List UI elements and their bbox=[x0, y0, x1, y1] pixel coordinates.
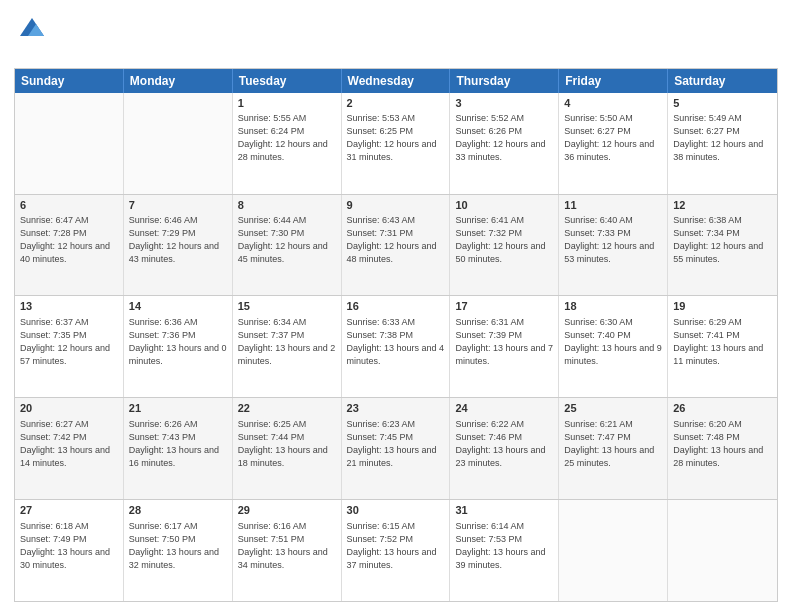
day-info: Sunrise: 6:21 AM Sunset: 7:47 PM Dayligh… bbox=[564, 418, 662, 470]
day-cell-10: 10Sunrise: 6:41 AM Sunset: 7:32 PM Dayli… bbox=[450, 195, 559, 296]
empty-cell-0-0 bbox=[15, 93, 124, 194]
day-info: Sunrise: 6:29 AM Sunset: 7:41 PM Dayligh… bbox=[673, 316, 772, 368]
day-info: Sunrise: 6:15 AM Sunset: 7:52 PM Dayligh… bbox=[347, 520, 445, 572]
day-info: Sunrise: 6:33 AM Sunset: 7:38 PM Dayligh… bbox=[347, 316, 445, 368]
logo-icon bbox=[18, 14, 46, 42]
day-number: 10 bbox=[455, 198, 553, 213]
day-info: Sunrise: 5:53 AM Sunset: 6:25 PM Dayligh… bbox=[347, 112, 445, 164]
day-info: Sunrise: 6:18 AM Sunset: 7:49 PM Dayligh… bbox=[20, 520, 118, 572]
day-number: 9 bbox=[347, 198, 445, 213]
calendar-row-2: 13Sunrise: 6:37 AM Sunset: 7:35 PM Dayli… bbox=[15, 295, 777, 397]
day-info: Sunrise: 6:34 AM Sunset: 7:37 PM Dayligh… bbox=[238, 316, 336, 368]
day-number: 4 bbox=[564, 96, 662, 111]
day-info: Sunrise: 6:40 AM Sunset: 7:33 PM Dayligh… bbox=[564, 214, 662, 266]
day-info: Sunrise: 6:41 AM Sunset: 7:32 PM Dayligh… bbox=[455, 214, 553, 266]
calendar-header: SundayMondayTuesdayWednesdayThursdayFrid… bbox=[15, 69, 777, 93]
day-info: Sunrise: 6:27 AM Sunset: 7:42 PM Dayligh… bbox=[20, 418, 118, 470]
header-day-thursday: Thursday bbox=[450, 69, 559, 93]
day-info: Sunrise: 6:47 AM Sunset: 7:28 PM Dayligh… bbox=[20, 214, 118, 266]
day-number: 3 bbox=[455, 96, 553, 111]
page: SundayMondayTuesdayWednesdayThursdayFrid… bbox=[0, 0, 792, 612]
header-day-friday: Friday bbox=[559, 69, 668, 93]
day-cell-12: 12Sunrise: 6:38 AM Sunset: 7:34 PM Dayli… bbox=[668, 195, 777, 296]
day-cell-24: 24Sunrise: 6:22 AM Sunset: 7:46 PM Dayli… bbox=[450, 398, 559, 499]
day-number: 8 bbox=[238, 198, 336, 213]
day-number: 6 bbox=[20, 198, 118, 213]
header bbox=[14, 10, 778, 62]
day-info: Sunrise: 6:23 AM Sunset: 7:45 PM Dayligh… bbox=[347, 418, 445, 470]
day-number: 12 bbox=[673, 198, 772, 213]
empty-cell-4-6 bbox=[668, 500, 777, 601]
day-info: Sunrise: 6:46 AM Sunset: 7:29 PM Dayligh… bbox=[129, 214, 227, 266]
day-number: 17 bbox=[455, 299, 553, 314]
day-cell-1: 1Sunrise: 5:55 AM Sunset: 6:24 PM Daylig… bbox=[233, 93, 342, 194]
header-day-sunday: Sunday bbox=[15, 69, 124, 93]
day-number: 16 bbox=[347, 299, 445, 314]
day-cell-29: 29Sunrise: 6:16 AM Sunset: 7:51 PM Dayli… bbox=[233, 500, 342, 601]
day-cell-28: 28Sunrise: 6:17 AM Sunset: 7:50 PM Dayli… bbox=[124, 500, 233, 601]
day-cell-4: 4Sunrise: 5:50 AM Sunset: 6:27 PM Daylig… bbox=[559, 93, 668, 194]
day-cell-13: 13Sunrise: 6:37 AM Sunset: 7:35 PM Dayli… bbox=[15, 296, 124, 397]
day-cell-11: 11Sunrise: 6:40 AM Sunset: 7:33 PM Dayli… bbox=[559, 195, 668, 296]
day-number: 31 bbox=[455, 503, 553, 518]
day-cell-15: 15Sunrise: 6:34 AM Sunset: 7:37 PM Dayli… bbox=[233, 296, 342, 397]
calendar-row-1: 6Sunrise: 6:47 AM Sunset: 7:28 PM Daylig… bbox=[15, 194, 777, 296]
day-number: 11 bbox=[564, 198, 662, 213]
day-cell-19: 19Sunrise: 6:29 AM Sunset: 7:41 PM Dayli… bbox=[668, 296, 777, 397]
day-info: Sunrise: 6:38 AM Sunset: 7:34 PM Dayligh… bbox=[673, 214, 772, 266]
day-info: Sunrise: 5:55 AM Sunset: 6:24 PM Dayligh… bbox=[238, 112, 336, 164]
day-info: Sunrise: 6:20 AM Sunset: 7:48 PM Dayligh… bbox=[673, 418, 772, 470]
day-cell-26: 26Sunrise: 6:20 AM Sunset: 7:48 PM Dayli… bbox=[668, 398, 777, 499]
day-info: Sunrise: 6:26 AM Sunset: 7:43 PM Dayligh… bbox=[129, 418, 227, 470]
day-info: Sunrise: 6:14 AM Sunset: 7:53 PM Dayligh… bbox=[455, 520, 553, 572]
day-cell-21: 21Sunrise: 6:26 AM Sunset: 7:43 PM Dayli… bbox=[124, 398, 233, 499]
day-cell-9: 9Sunrise: 6:43 AM Sunset: 7:31 PM Daylig… bbox=[342, 195, 451, 296]
day-number: 1 bbox=[238, 96, 336, 111]
day-info: Sunrise: 5:52 AM Sunset: 6:26 PM Dayligh… bbox=[455, 112, 553, 164]
empty-cell-4-5 bbox=[559, 500, 668, 601]
day-info: Sunrise: 6:36 AM Sunset: 7:36 PM Dayligh… bbox=[129, 316, 227, 368]
header-day-saturday: Saturday bbox=[668, 69, 777, 93]
day-cell-8: 8Sunrise: 6:44 AM Sunset: 7:30 PM Daylig… bbox=[233, 195, 342, 296]
header-day-tuesday: Tuesday bbox=[233, 69, 342, 93]
day-number: 30 bbox=[347, 503, 445, 518]
calendar-body: 1Sunrise: 5:55 AM Sunset: 6:24 PM Daylig… bbox=[15, 93, 777, 601]
day-cell-2: 2Sunrise: 5:53 AM Sunset: 6:25 PM Daylig… bbox=[342, 93, 451, 194]
day-number: 26 bbox=[673, 401, 772, 416]
day-number: 23 bbox=[347, 401, 445, 416]
day-number: 20 bbox=[20, 401, 118, 416]
day-number: 18 bbox=[564, 299, 662, 314]
day-info: Sunrise: 6:37 AM Sunset: 7:35 PM Dayligh… bbox=[20, 316, 118, 368]
calendar-row-0: 1Sunrise: 5:55 AM Sunset: 6:24 PM Daylig… bbox=[15, 93, 777, 194]
day-number: 29 bbox=[238, 503, 336, 518]
day-number: 24 bbox=[455, 401, 553, 416]
day-info: Sunrise: 6:43 AM Sunset: 7:31 PM Dayligh… bbox=[347, 214, 445, 266]
day-cell-30: 30Sunrise: 6:15 AM Sunset: 7:52 PM Dayli… bbox=[342, 500, 451, 601]
day-cell-16: 16Sunrise: 6:33 AM Sunset: 7:38 PM Dayli… bbox=[342, 296, 451, 397]
day-info: Sunrise: 6:44 AM Sunset: 7:30 PM Dayligh… bbox=[238, 214, 336, 266]
day-cell-6: 6Sunrise: 6:47 AM Sunset: 7:28 PM Daylig… bbox=[15, 195, 124, 296]
day-cell-14: 14Sunrise: 6:36 AM Sunset: 7:36 PM Dayli… bbox=[124, 296, 233, 397]
calendar: SundayMondayTuesdayWednesdayThursdayFrid… bbox=[14, 68, 778, 602]
header-day-wednesday: Wednesday bbox=[342, 69, 451, 93]
logo bbox=[14, 14, 46, 62]
calendar-row-4: 27Sunrise: 6:18 AM Sunset: 7:49 PM Dayli… bbox=[15, 499, 777, 601]
day-cell-17: 17Sunrise: 6:31 AM Sunset: 7:39 PM Dayli… bbox=[450, 296, 559, 397]
day-number: 25 bbox=[564, 401, 662, 416]
day-info: Sunrise: 5:49 AM Sunset: 6:27 PM Dayligh… bbox=[673, 112, 772, 164]
day-cell-25: 25Sunrise: 6:21 AM Sunset: 7:47 PM Dayli… bbox=[559, 398, 668, 499]
day-number: 28 bbox=[129, 503, 227, 518]
day-number: 5 bbox=[673, 96, 772, 111]
day-number: 27 bbox=[20, 503, 118, 518]
calendar-row-3: 20Sunrise: 6:27 AM Sunset: 7:42 PM Dayli… bbox=[15, 397, 777, 499]
day-cell-22: 22Sunrise: 6:25 AM Sunset: 7:44 PM Dayli… bbox=[233, 398, 342, 499]
day-number: 15 bbox=[238, 299, 336, 314]
day-cell-31: 31Sunrise: 6:14 AM Sunset: 7:53 PM Dayli… bbox=[450, 500, 559, 601]
day-number: 19 bbox=[673, 299, 772, 314]
day-number: 13 bbox=[20, 299, 118, 314]
day-info: Sunrise: 6:16 AM Sunset: 7:51 PM Dayligh… bbox=[238, 520, 336, 572]
day-info: Sunrise: 5:50 AM Sunset: 6:27 PM Dayligh… bbox=[564, 112, 662, 164]
day-info: Sunrise: 6:25 AM Sunset: 7:44 PM Dayligh… bbox=[238, 418, 336, 470]
day-cell-20: 20Sunrise: 6:27 AM Sunset: 7:42 PM Dayli… bbox=[15, 398, 124, 499]
day-cell-27: 27Sunrise: 6:18 AM Sunset: 7:49 PM Dayli… bbox=[15, 500, 124, 601]
